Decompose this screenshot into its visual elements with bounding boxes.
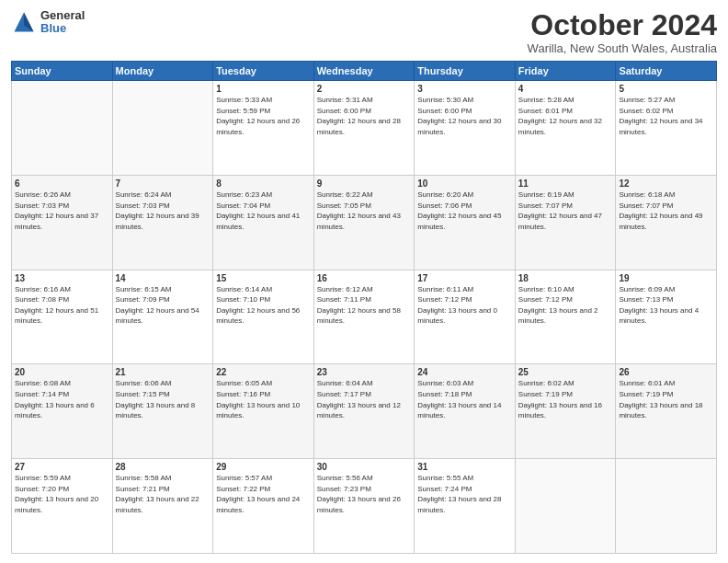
calendar-cell: 11Sunrise: 6:19 AMSunset: 7:07 PMDayligh… bbox=[515, 175, 616, 270]
logo-icon bbox=[11, 9, 37, 35]
header-sunday: Sunday bbox=[12, 62, 113, 81]
day-detail: Sunrise: 6:22 AMSunset: 7:05 PMDaylight:… bbox=[317, 190, 412, 232]
day-number: 14 bbox=[116, 273, 210, 283]
day-detail: Sunrise: 6:01 AMSunset: 7:19 PMDaylight:… bbox=[619, 378, 713, 420]
logo: General Blue bbox=[11, 9, 85, 36]
calendar-cell: 1Sunrise: 5:33 AMSunset: 5:59 PMDaylight… bbox=[213, 81, 314, 176]
calendar-cell bbox=[616, 459, 717, 554]
calendar-cell: 22Sunrise: 6:05 AMSunset: 7:16 PMDayligh… bbox=[213, 364, 314, 459]
logo-blue: Blue bbox=[40, 22, 85, 35]
calendar-row: 13Sunrise: 6:16 AMSunset: 7:08 PMDayligh… bbox=[12, 270, 717, 364]
calendar-cell bbox=[515, 459, 616, 554]
day-number: 31 bbox=[417, 462, 512, 472]
calendar-cell: 12Sunrise: 6:18 AMSunset: 7:07 PMDayligh… bbox=[616, 175, 717, 270]
day-detail: Sunrise: 6:14 AMSunset: 7:10 PMDaylight:… bbox=[216, 284, 311, 327]
day-number: 27 bbox=[15, 462, 109, 472]
page: General Blue October 2024 Warilla, New S… bbox=[0, 0, 728, 563]
day-detail: Sunrise: 6:24 AMSunset: 7:03 PMDaylight:… bbox=[116, 190, 210, 232]
calendar-cell: 16Sunrise: 6:12 AMSunset: 7:11 PMDayligh… bbox=[313, 270, 415, 364]
day-number: 30 bbox=[317, 462, 412, 472]
day-detail: Sunrise: 6:08 AMSunset: 7:14 PMDaylight:… bbox=[15, 378, 109, 420]
logo-text: General Blue bbox=[40, 9, 85, 36]
day-number: 16 bbox=[317, 273, 412, 283]
location-subtitle: Warilla, New South Wales, Australia bbox=[528, 41, 717, 55]
day-detail: Sunrise: 6:04 AMSunset: 7:17 PMDaylight:… bbox=[317, 378, 412, 420]
calendar-cell bbox=[12, 81, 113, 176]
calendar-table: Sunday Monday Tuesday Wednesday Thursday… bbox=[11, 61, 717, 554]
calendar-cell: 29Sunrise: 5:57 AMSunset: 7:22 PMDayligh… bbox=[213, 459, 314, 554]
day-number: 6 bbox=[15, 178, 109, 189]
calendar-cell: 6Sunrise: 6:26 AMSunset: 7:03 PMDaylight… bbox=[12, 175, 113, 270]
calendar-cell: 5Sunrise: 5:27 AMSunset: 6:02 PMDaylight… bbox=[616, 81, 717, 176]
calendar-cell: 15Sunrise: 6:14 AMSunset: 7:10 PMDayligh… bbox=[213, 270, 314, 364]
day-number: 7 bbox=[116, 178, 210, 189]
day-detail: Sunrise: 5:33 AMSunset: 5:59 PMDaylight:… bbox=[216, 95, 311, 137]
calendar-cell bbox=[112, 81, 213, 176]
day-number: 1 bbox=[216, 84, 311, 94]
day-number: 24 bbox=[417, 367, 512, 377]
calendar-cell: 4Sunrise: 5:28 AMSunset: 6:01 PMDaylight… bbox=[515, 81, 616, 176]
calendar-cell: 9Sunrise: 6:22 AMSunset: 7:05 PMDaylight… bbox=[313, 175, 415, 270]
day-detail: Sunrise: 5:30 AMSunset: 6:00 PMDaylight:… bbox=[417, 95, 512, 137]
calendar-cell: 14Sunrise: 6:15 AMSunset: 7:09 PMDayligh… bbox=[112, 270, 213, 364]
day-number: 15 bbox=[216, 273, 311, 283]
title-block: October 2024 Warilla, New South Wales, A… bbox=[528, 9, 717, 55]
day-number: 29 bbox=[216, 462, 311, 472]
calendar-cell: 28Sunrise: 5:58 AMSunset: 7:21 PMDayligh… bbox=[112, 459, 213, 554]
day-number: 10 bbox=[417, 178, 512, 189]
day-number: 3 bbox=[417, 84, 512, 94]
logo-general: General bbox=[40, 9, 85, 22]
calendar-cell: 26Sunrise: 6:01 AMSunset: 7:19 PMDayligh… bbox=[616, 364, 717, 459]
day-detail: Sunrise: 6:16 AMSunset: 7:08 PMDaylight:… bbox=[15, 284, 109, 327]
day-detail: Sunrise: 6:20 AMSunset: 7:06 PMDaylight:… bbox=[417, 190, 512, 232]
day-detail: Sunrise: 6:12 AMSunset: 7:11 PMDaylight:… bbox=[317, 284, 412, 327]
day-detail: Sunrise: 6:18 AMSunset: 7:07 PMDaylight:… bbox=[619, 190, 713, 232]
calendar-cell: 2Sunrise: 5:31 AMSunset: 6:00 PMDaylight… bbox=[313, 81, 415, 176]
calendar-cell: 21Sunrise: 6:06 AMSunset: 7:15 PMDayligh… bbox=[112, 364, 213, 459]
calendar-cell: 19Sunrise: 6:09 AMSunset: 7:13 PMDayligh… bbox=[616, 270, 717, 364]
header-saturday: Saturday bbox=[616, 62, 717, 81]
day-detail: Sunrise: 6:19 AMSunset: 7:07 PMDaylight:… bbox=[518, 190, 613, 232]
calendar-cell: 27Sunrise: 5:59 AMSunset: 7:20 PMDayligh… bbox=[12, 459, 113, 554]
calendar-row: 27Sunrise: 5:59 AMSunset: 7:20 PMDayligh… bbox=[12, 459, 717, 554]
day-detail: Sunrise: 5:55 AMSunset: 7:24 PMDaylight:… bbox=[417, 473, 512, 515]
day-detail: Sunrise: 5:28 AMSunset: 6:01 PMDaylight:… bbox=[518, 95, 613, 137]
header-friday: Friday bbox=[515, 62, 616, 81]
day-number: 8 bbox=[216, 178, 311, 189]
header-tuesday: Tuesday bbox=[213, 62, 314, 81]
day-detail: Sunrise: 5:27 AMSunset: 6:02 PMDaylight:… bbox=[619, 95, 713, 137]
day-number: 25 bbox=[518, 367, 613, 377]
day-number: 17 bbox=[417, 273, 512, 283]
day-number: 9 bbox=[317, 178, 412, 189]
day-detail: Sunrise: 5:58 AMSunset: 7:21 PMDaylight:… bbox=[116, 473, 210, 515]
day-detail: Sunrise: 6:26 AMSunset: 7:03 PMDaylight:… bbox=[15, 190, 109, 232]
calendar-cell: 10Sunrise: 6:20 AMSunset: 7:06 PMDayligh… bbox=[415, 175, 516, 270]
day-detail: Sunrise: 6:06 AMSunset: 7:15 PMDaylight:… bbox=[116, 378, 210, 420]
day-detail: Sunrise: 5:56 AMSunset: 7:23 PMDaylight:… bbox=[317, 473, 412, 515]
calendar-cell: 31Sunrise: 5:55 AMSunset: 7:24 PMDayligh… bbox=[415, 459, 516, 554]
day-number: 13 bbox=[15, 273, 109, 283]
day-number: 19 bbox=[619, 273, 713, 283]
calendar-cell: 18Sunrise: 6:10 AMSunset: 7:12 PMDayligh… bbox=[515, 270, 616, 364]
day-number: 21 bbox=[116, 367, 210, 377]
day-detail: Sunrise: 6:15 AMSunset: 7:09 PMDaylight:… bbox=[116, 284, 210, 327]
calendar-row: 20Sunrise: 6:08 AMSunset: 7:14 PMDayligh… bbox=[12, 364, 717, 459]
calendar-row: 1Sunrise: 5:33 AMSunset: 5:59 PMDaylight… bbox=[12, 81, 717, 176]
day-number: 12 bbox=[619, 178, 713, 189]
calendar-cell: 13Sunrise: 6:16 AMSunset: 7:08 PMDayligh… bbox=[12, 270, 113, 364]
header-thursday: Thursday bbox=[415, 62, 516, 81]
header-monday: Monday bbox=[112, 62, 213, 81]
calendar-cell: 3Sunrise: 5:30 AMSunset: 6:00 PMDaylight… bbox=[415, 81, 516, 176]
day-number: 4 bbox=[518, 84, 613, 94]
calendar-header-row: Sunday Monday Tuesday Wednesday Thursday… bbox=[12, 62, 717, 81]
calendar-row: 6Sunrise: 6:26 AMSunset: 7:03 PMDaylight… bbox=[12, 175, 717, 270]
day-detail: Sunrise: 6:23 AMSunset: 7:04 PMDaylight:… bbox=[216, 190, 311, 232]
day-number: 23 bbox=[317, 367, 412, 377]
day-detail: Sunrise: 6:05 AMSunset: 7:16 PMDaylight:… bbox=[216, 378, 311, 420]
day-detail: Sunrise: 6:02 AMSunset: 7:19 PMDaylight:… bbox=[518, 378, 613, 420]
day-detail: Sunrise: 6:09 AMSunset: 7:13 PMDaylight:… bbox=[619, 284, 713, 327]
calendar-cell: 17Sunrise: 6:11 AMSunset: 7:12 PMDayligh… bbox=[415, 270, 516, 364]
day-number: 18 bbox=[518, 273, 613, 283]
calendar-cell: 23Sunrise: 6:04 AMSunset: 7:17 PMDayligh… bbox=[313, 364, 415, 459]
day-number: 28 bbox=[116, 462, 210, 472]
